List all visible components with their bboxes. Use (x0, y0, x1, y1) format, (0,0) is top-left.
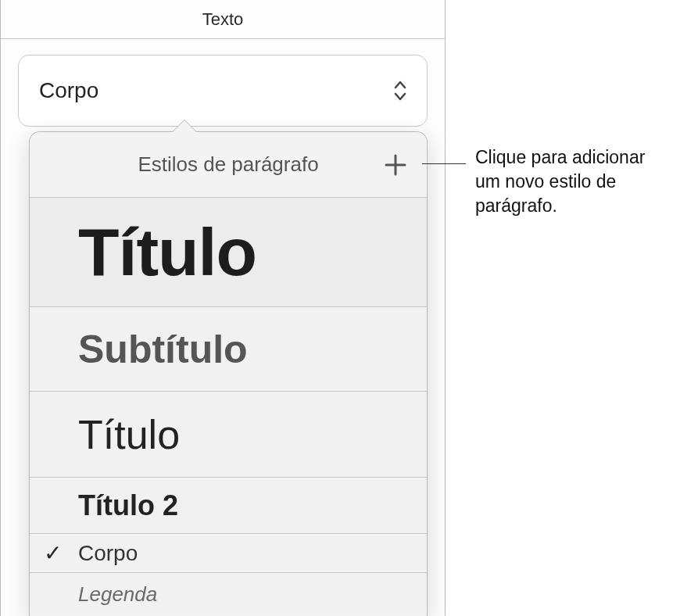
tab-text[interactable]: Texto (1, 0, 445, 39)
add-style-button[interactable] (380, 149, 411, 181)
style-item-title[interactable]: Título (30, 198, 427, 307)
style-item-subtitle[interactable]: Subtítulo (30, 307, 427, 392)
text-format-panel: Texto Corpo Estilos de parágrafo (0, 0, 446, 616)
style-item-caption[interactable]: Legenda (30, 573, 427, 615)
popover-title: Estilos de parágrafo (138, 152, 318, 177)
plus-icon (384, 153, 407, 177)
callout-text: Clique para adicionar um novo estilo de … (475, 145, 671, 218)
style-item-heading-2[interactable]: Título 2 (30, 478, 427, 534)
chevron-up-down-icon (392, 80, 408, 102)
style-item-heading[interactable]: Título (30, 392, 427, 478)
popover-caret (173, 120, 196, 132)
checkmark-icon: ✓ (44, 540, 62, 566)
style-item-label: Título 2 (78, 489, 178, 522)
popover-header: Estilos de parágrafo (30, 132, 427, 198)
style-item-label: Corpo (78, 541, 138, 566)
style-item-label: Subtítulo (78, 327, 248, 372)
style-item-label: Título (78, 411, 180, 458)
paragraph-styles-popover: Estilos de parágrafo Título Subtítulo Tí… (29, 131, 428, 616)
paragraph-style-select-wrap: Corpo (1, 39, 445, 127)
paragraph-style-select-value: Corpo (39, 78, 98, 103)
paragraph-style-list: Título Subtítulo Título Título 2 ✓ Corpo… (30, 198, 427, 615)
callout-leader-line (422, 163, 466, 164)
paragraph-style-select[interactable]: Corpo (18, 55, 428, 127)
style-item-label: Legenda (78, 582, 157, 607)
style-item-body[interactable]: ✓ Corpo (30, 534, 427, 573)
style-item-label: Título (78, 213, 256, 291)
tab-text-label: Texto (202, 9, 244, 30)
